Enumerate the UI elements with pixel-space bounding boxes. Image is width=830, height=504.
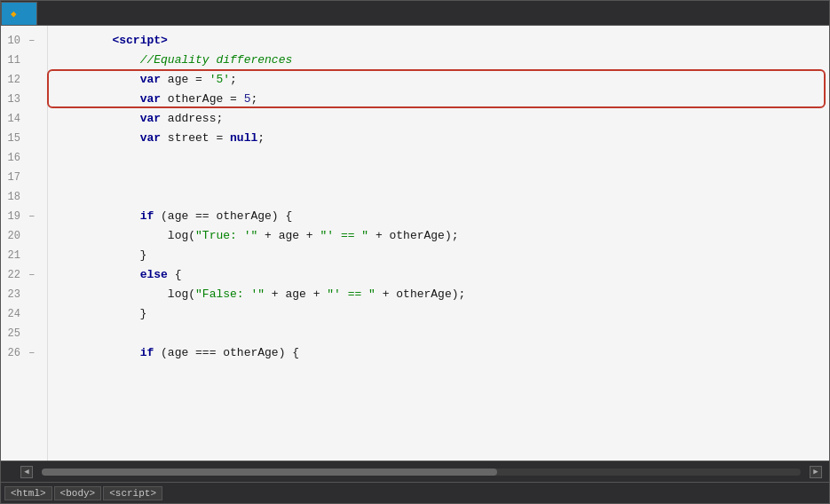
line-num-label: 17 (1, 168, 20, 187)
code-token: address; (161, 112, 223, 125)
line-num-label: 19 (1, 207, 20, 226)
code-token (57, 287, 168, 301)
code-line-18[interactable] (57, 187, 829, 207)
fold-icon[interactable]: − (24, 265, 35, 285)
code-token: ; (230, 73, 237, 86)
code-line-24[interactable]: } (57, 304, 829, 324)
line-number-17: 17 (1, 168, 40, 187)
code-token: "' == " (327, 287, 375, 301)
line-number-20: 20 (1, 226, 40, 246)
code-token: ( (188, 229, 195, 242)
code-token: age = (161, 73, 209, 86)
line-number-24: 24 (1, 304, 40, 324)
line-num-label: 10 (1, 31, 20, 51)
code-content[interactable]: <script> //Equality differences var age … (48, 26, 829, 461)
line-number-16: 16 (1, 148, 40, 168)
code-token: { (168, 268, 182, 281)
horizontal-scrollbar[interactable] (42, 469, 801, 476)
fold-icon[interactable]: − (24, 343, 35, 363)
code-token (57, 34, 112, 47)
code-token: '5' (209, 73, 230, 86)
line-number-26: 26− (1, 343, 40, 363)
scroll-thumb[interactable] (42, 469, 497, 476)
code-token: //Equality differences (140, 53, 293, 67)
line-num-label: 18 (1, 187, 20, 207)
line-number-10: 10− (1, 31, 40, 51)
line-number-15: 15 (1, 129, 40, 148)
code-line-15[interactable]: var street = null; (57, 129, 829, 148)
code-token (57, 229, 168, 242)
code-token: (age === otherAge) { (154, 346, 299, 359)
code-token: else (140, 268, 168, 281)
code-token: "True: '" (195, 229, 257, 242)
line-num-label: 21 (1, 246, 20, 265)
line-num-label: 20 (1, 226, 20, 246)
code-line-14[interactable]: var address; (57, 109, 829, 129)
breadcrumb-item[interactable]: <body> (54, 486, 102, 500)
code-line-23[interactable]: log("False: '" + age + "' == " + otherAg… (57, 285, 829, 304)
code-token: + age + (257, 229, 320, 242)
lines-and-code: 10−111213141516171819−202122−23242526− <… (1, 26, 829, 461)
status-bar: ◀ ▶ (1, 461, 829, 482)
code-token: street = (161, 131, 230, 145)
code-line-26[interactable]: if (age === otherAge) { (57, 343, 829, 363)
code-token: <script> (112, 34, 167, 47)
code-token (57, 92, 140, 106)
code-token: (age == otherAge) { (154, 209, 292, 223)
code-line-12[interactable]: var age = '5'; (57, 70, 829, 90)
code-line-21[interactable]: } (57, 246, 829, 265)
line-num-label: 15 (1, 129, 20, 148)
line-num-label: 23 (1, 285, 20, 304)
code-area: 10−111213141516171819−202122−23242526− <… (1, 26, 829, 461)
code-line-20[interactable]: log("True: '" + age + "' == " + otherAge… (57, 226, 829, 246)
line-number-13: 13 (1, 90, 40, 109)
code-token (57, 209, 140, 223)
fold-icon[interactable]: − (24, 207, 35, 226)
line-number-21: 21 (1, 246, 40, 265)
line-number-25: 25 (1, 324, 40, 343)
breadcrumb-item[interactable]: <html> (4, 486, 52, 500)
line-num-label: 25 (1, 324, 20, 343)
line-num-label: 16 (1, 148, 20, 168)
code-token: var (140, 92, 161, 106)
tab-equality[interactable]: ◆ (1, 2, 37, 25)
code-token: null (230, 131, 257, 145)
code-token: var (140, 73, 161, 86)
line-num-label: 24 (1, 304, 20, 324)
code-token (57, 112, 140, 125)
line-num-label: 26 (1, 343, 20, 363)
line-numbers: 10−111213141516171819−202122−23242526− (1, 26, 48, 461)
code-token: ; (250, 92, 257, 106)
line-num-label: 14 (1, 109, 20, 129)
code-token: ( (188, 287, 195, 301)
code-token: "' == " (320, 229, 368, 242)
code-token (57, 73, 140, 86)
code-line-16[interactable] (57, 148, 829, 168)
scroll-right-button[interactable]: ▶ (810, 466, 822, 478)
editor-window: ◆ 10−111213141516171819−202122−23242526−… (0, 0, 830, 504)
code-token (57, 268, 140, 281)
code-token: "False: '" (195, 287, 265, 301)
line-number-14: 14 (1, 109, 40, 129)
code-token: if (140, 209, 154, 223)
code-line-25[interactable] (57, 324, 829, 343)
code-line-13[interactable]: var otherAge = 5; (57, 90, 829, 109)
code-line-17[interactable] (57, 168, 829, 187)
code-token: log (168, 229, 188, 242)
line-num-label: 13 (1, 90, 20, 109)
line-num-label: 12 (1, 70, 20, 90)
code-line-19[interactable]: if (age == otherAge) { (57, 207, 829, 226)
code-line-10[interactable]: <script> (57, 31, 829, 51)
fold-icon[interactable]: − (24, 31, 35, 51)
line-number-18: 18 (1, 187, 40, 207)
code-line-22[interactable]: else { (57, 265, 829, 285)
scroll-left-button[interactable]: ◀ (20, 466, 33, 478)
code-token: + age + (265, 287, 327, 301)
breadcrumb-bar: <html><body><script> (1, 482, 829, 503)
code-token: var (140, 112, 161, 125)
breadcrumb-item[interactable]: <script> (103, 486, 162, 500)
code-line-11[interactable]: //Equality differences (57, 51, 829, 70)
line-number-22: 22− (1, 265, 40, 285)
line-number-12: 12 (1, 70, 40, 90)
code-token (57, 131, 140, 145)
